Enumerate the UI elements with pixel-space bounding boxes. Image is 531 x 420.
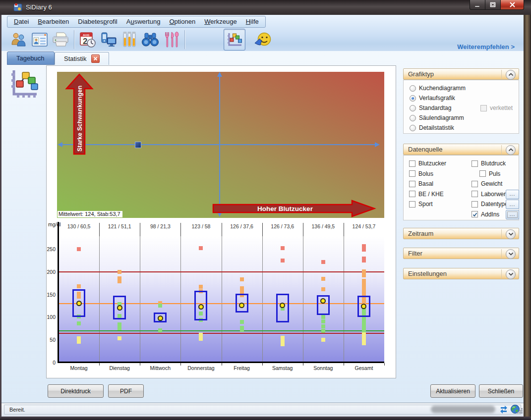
checkbox-icon[interactable] <box>409 201 415 208</box>
panel-header-filter[interactable]: Filter <box>403 248 519 259</box>
checkbox-be-khe[interactable]: BE / KHE <box>409 191 444 198</box>
minimize-button[interactable] <box>470 0 485 10</box>
more-options-button-addins[interactable]: ... <box>506 210 519 219</box>
resize-grip[interactable] <box>521 412 523 414</box>
menu-item-bearbeiten[interactable]: Bearbeiten <box>33 16 73 27</box>
checkbox-icon[interactable] <box>409 181 415 187</box>
panel-chevron <box>501 269 516 279</box>
checkbox-laborwerte[interactable]: Laborwerte <box>472 191 511 198</box>
device-sync-icon[interactable] <box>98 29 119 50</box>
direct-print-button[interactable]: Direktdruck <box>48 384 104 398</box>
x-tick-label-mittwoch: Mittwoch <box>140 365 180 371</box>
column-header-montag: 130 / 60,5 <box>59 223 99 229</box>
checkbox-icon[interactable] <box>479 170 486 177</box>
expand-chevron-icon[interactable] <box>506 249 516 259</box>
checkbox-label: Puls <box>489 170 500 177</box>
checkbox-gewicht[interactable]: Gewicht <box>472 180 502 187</box>
checkbox-icon[interactable] <box>472 211 478 217</box>
close-button[interactable] <box>500 0 524 10</box>
checkbox-basal[interactable]: Basal <box>409 180 433 187</box>
menu-item-datei[interactable]: Datei <box>9 16 33 27</box>
feedback-smiley-icon[interactable] <box>252 29 273 50</box>
panel-title: Grafiktyp <box>408 70 434 78</box>
panel-body-datenquelle: BlutzuckerBolusBasalBE / KHESportBlutdru… <box>403 155 519 220</box>
menu-item-diabetesprofil[interactable]: Diabetesprofil <box>73 16 122 27</box>
data-point-yellow <box>362 332 366 345</box>
statistics-icon[interactable] <box>224 29 245 51</box>
more-options-button-laborwerte[interactable]: ... <box>506 190 519 199</box>
tab-close-icon[interactable] <box>91 54 100 63</box>
sidebar-chart-icon[interactable] <box>9 67 39 99</box>
tab-statistik[interactable]: Statistik <box>55 52 109 65</box>
radio-icon[interactable] <box>410 115 416 121</box>
svg-text:2: 2 <box>83 37 87 46</box>
radio-option-detailstatistik[interactable]: Detailstatistik <box>410 124 454 131</box>
checkbox-icon[interactable] <box>472 191 478 197</box>
tab-tagebuch[interactable]: Tagebuch <box>7 52 55 65</box>
data-point-yellow <box>321 338 325 342</box>
radio-icon[interactable] <box>410 125 416 131</box>
column-header-samstag: 126 / 73,6 <box>262 223 303 229</box>
data-point-orange <box>362 279 366 290</box>
nutrition-icon[interactable] <box>161 29 181 50</box>
menu-item-optionen[interactable]: Optionen <box>165 16 200 27</box>
expand-chevron-icon[interactable] <box>506 269 516 279</box>
lab-tubes-icon[interactable] <box>119 29 140 50</box>
checkbox-blutzucker[interactable]: Blutzucker <box>409 160 446 167</box>
globe-icon[interactable] <box>510 404 520 414</box>
x-tick-label-sonntag: Sonntag <box>303 365 344 371</box>
panel-header-zeitraum[interactable]: Zeitraum <box>403 228 519 239</box>
column-header-donnerstag: 123 / 58 <box>180 223 221 229</box>
toolbar-separator <box>184 30 185 49</box>
printer-icon[interactable] <box>50 29 71 50</box>
radio-icon[interactable] <box>410 85 416 92</box>
checkbox-icon[interactable] <box>409 160 415 167</box>
profile-card-icon[interactable] <box>29 29 50 50</box>
patients-icon[interactable] <box>8 29 29 50</box>
quartile-box <box>276 294 289 323</box>
reference-line-70 <box>59 330 384 331</box>
radio-icon[interactable] <box>410 95 416 102</box>
column-header-freitag: 126 / 37,6 <box>222 223 262 229</box>
pdf-button[interactable]: PDF <box>108 384 144 398</box>
checkbox-bolus[interactable]: Bolus <box>409 170 433 177</box>
variability-arrow-label: Starke Schwankungen <box>76 86 83 152</box>
menu-item-werkzeuge[interactable]: Werkzeuge <box>200 16 241 27</box>
checkbox-sport[interactable]: Sport <box>409 201 433 208</box>
binoculars-icon[interactable] <box>140 29 161 50</box>
y-tick-label: 200 <box>40 269 56 275</box>
checkbox-icon[interactable] <box>409 191 415 197</box>
column-header-sonntag: 136 / 49,5 <box>303 223 344 229</box>
panel-header-einstellungen[interactable]: Einstellungen <box>403 268 519 279</box>
radio-option-saeulendiagramm[interactable]: Säulendiagramm <box>410 114 464 121</box>
checkbox-puls[interactable]: Puls <box>479 170 500 177</box>
panel-header-grafiktyp[interactable]: Grafiktyp <box>403 68 519 80</box>
column-gridline <box>180 236 181 362</box>
quadrant-data-point <box>135 142 141 148</box>
sync-icon[interactable] <box>500 405 508 414</box>
more-options-button-datentypen[interactable]: ... <box>506 200 519 209</box>
recommend-link[interactable]: Weiterempfehlen > <box>457 43 515 51</box>
expand-chevron-icon[interactable] <box>506 229 516 239</box>
checkbox-icon[interactable] <box>472 201 478 208</box>
checkbox-icon[interactable] <box>472 160 478 167</box>
checkbox-label: Basal <box>418 180 433 187</box>
radio-option-kuchendiagramm[interactable]: Kuchendiagramm <box>410 85 466 92</box>
close-panel-button[interactable]: Schließen <box>479 384 523 398</box>
menu-item-auswertung[interactable]: Auswertung <box>122 16 165 27</box>
collapse-chevron-icon[interactable] <box>506 70 516 80</box>
refresh-button[interactable]: Aktualisieren <box>430 384 475 398</box>
checkbox-icon[interactable] <box>409 170 415 177</box>
menu-item-hilfe[interactable]: Hilfe <box>241 16 263 27</box>
calendar-icon[interactable]: AUG2 <box>77 29 98 50</box>
maximize-button[interactable] <box>485 0 500 10</box>
checkbox-icon[interactable] <box>472 181 478 187</box>
collapse-chevron-icon[interactable] <box>506 145 516 155</box>
radio-option-verlaufsgrafik[interactable]: Verlaufsgrafik <box>410 95 455 102</box>
radio-icon[interactable] <box>410 105 416 111</box>
panel-header-datenquelle[interactable]: Datenquelle <box>403 144 519 155</box>
checkbox-addins[interactable]: AddIns <box>472 211 499 218</box>
checkbox-blutdruck[interactable]: Blutdruck <box>472 160 506 167</box>
radio-option-standardtag[interactable]: Standardtag <box>410 105 451 111</box>
checkbox-label: AddIns <box>481 211 499 218</box>
